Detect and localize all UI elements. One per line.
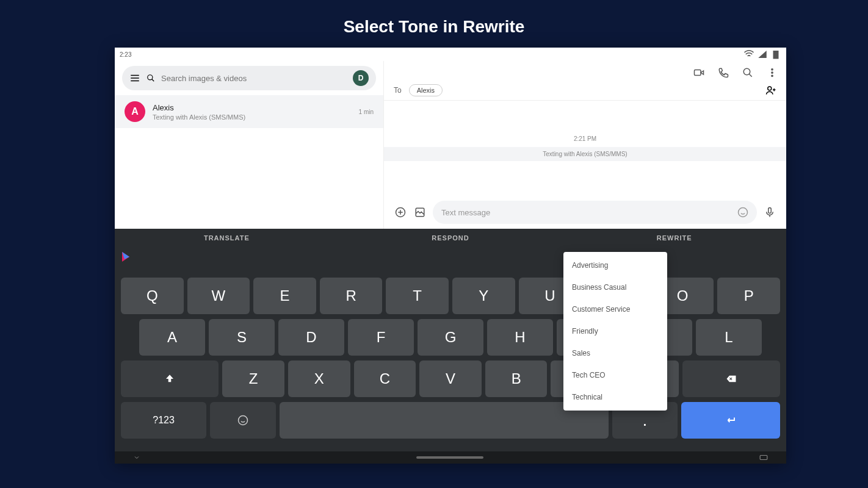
key-t[interactable]: T <box>386 278 449 314</box>
svg-point-1 <box>148 75 153 80</box>
message-banner: Texting with Alexis (SMS/MMS) <box>384 147 786 161</box>
keyboard-tabs: TRANSLATE RESPOND REWRITE <box>115 229 786 247</box>
keyboard-logo-icon[interactable] <box>121 251 131 265</box>
menu-icon[interactable] <box>129 73 140 84</box>
message-input[interactable]: Text message <box>433 201 757 224</box>
svg-point-12 <box>238 416 247 425</box>
wifi-icon <box>743 49 754 60</box>
contact-name: Alexis <box>153 103 352 112</box>
shift-icon <box>164 373 175 384</box>
tone-option[interactable]: Technical <box>563 386 667 408</box>
key-d[interactable]: D <box>278 319 344 356</box>
space-key[interactable] <box>280 402 609 439</box>
svg-point-5 <box>772 72 773 73</box>
key-g[interactable]: G <box>418 319 483 356</box>
key-q[interactable]: Q <box>121 278 184 314</box>
status-time: 2:23 <box>120 51 131 58</box>
key-v[interactable]: V <box>419 361 482 397</box>
conversation-preview: Texting with Alexis (SMS/MMS) <box>153 113 352 121</box>
key-h[interactable]: H <box>487 319 553 356</box>
call-icon[interactable] <box>718 67 729 78</box>
recipient-row: To Alexis <box>384 81 786 101</box>
key-a[interactable]: A <box>139 319 205 356</box>
tone-option[interactable]: Business Casual <box>563 276 667 298</box>
key-x[interactable]: X <box>288 361 350 397</box>
key-s[interactable]: S <box>209 319 275 356</box>
tone-option[interactable]: Tech CEO <box>563 364 667 386</box>
numbers-key[interactable]: ?123 <box>121 402 206 439</box>
svg-point-7 <box>768 87 772 90</box>
tone-option[interactable]: Advertising <box>563 254 667 276</box>
key-y[interactable]: Y <box>452 278 515 314</box>
mic-icon[interactable] <box>763 206 776 219</box>
nav-handle[interactable] <box>416 456 483 459</box>
search-chat-icon[interactable] <box>742 67 753 78</box>
backspace-key[interactable] <box>682 361 780 397</box>
backspace-icon <box>726 373 737 384</box>
key-c[interactable]: C <box>354 361 416 397</box>
enter-key[interactable] <box>681 402 780 439</box>
enter-icon <box>725 415 736 426</box>
search-input[interactable] <box>161 74 347 83</box>
to-label: To <box>394 86 402 95</box>
tone-option[interactable]: Customer Service <box>563 298 667 320</box>
contact-avatar: A <box>125 101 145 122</box>
svg-rect-0 <box>773 51 779 59</box>
svg-rect-2 <box>695 70 701 76</box>
compose-row: Text message <box>384 196 786 229</box>
key-b[interactable]: B <box>485 361 548 397</box>
battery-icon <box>770 49 781 60</box>
tone-option[interactable]: Friendly <box>563 320 667 342</box>
emoji-key-icon <box>237 415 248 426</box>
device-frame: 2:23 D A Alexis Texting with Alexis (SMS… <box>115 48 786 464</box>
key-p[interactable]: P <box>717 278 780 314</box>
emoji-icon[interactable] <box>737 207 748 218</box>
search-bar[interactable]: D <box>122 66 376 90</box>
recipient-chip[interactable]: Alexis <box>409 84 443 96</box>
key-l[interactable]: L <box>696 319 762 356</box>
signal-icon <box>757 49 768 60</box>
status-icons <box>743 49 781 60</box>
key-w[interactable]: W <box>187 278 250 314</box>
message-timestamp: 2:21 PM <box>574 135 596 142</box>
tone-menu: AdvertisingBusiness CasualCustomer Servi… <box>563 252 667 411</box>
system-nav-bar <box>115 451 786 464</box>
emoji-key[interactable] <box>210 402 276 439</box>
messaging-app: D A Alexis Texting with Alexis (SMS/MMS)… <box>115 61 786 229</box>
conversation-time: 1 min <box>359 109 374 115</box>
message-placeholder: Text message <box>441 208 490 217</box>
nav-keyboard-icon[interactable] <box>759 453 768 462</box>
message-area: 2:21 PM Texting with Alexis (SMS/MMS) <box>384 101 786 196</box>
key-f[interactable]: F <box>348 319 414 356</box>
shift-key[interactable] <box>121 361 219 397</box>
key-r[interactable]: R <box>320 278 383 314</box>
tab-rewrite[interactable]: REWRITE <box>562 234 786 242</box>
svg-point-6 <box>772 75 773 76</box>
svg-rect-11 <box>769 208 772 214</box>
keyboard: TRANSLATE RESPOND REWRITE QWERTYUIOP ASD… <box>115 229 786 464</box>
plus-icon[interactable] <box>394 206 407 219</box>
more-icon[interactable] <box>767 67 778 78</box>
status-bar: 2:23 <box>115 48 786 61</box>
video-call-icon[interactable] <box>693 67 704 78</box>
svg-point-3 <box>743 68 750 75</box>
profile-avatar[interactable]: D <box>353 70 369 86</box>
conversation-item[interactable]: A Alexis Texting with Alexis (SMS/MMS) 1… <box>115 95 383 128</box>
search-icon <box>146 74 155 82</box>
svg-point-10 <box>739 208 748 217</box>
svg-rect-13 <box>760 456 767 460</box>
key-e[interactable]: E <box>253 278 316 314</box>
conversation-list-pane: D A Alexis Texting with Alexis (SMS/MMS)… <box>115 61 383 229</box>
tab-respond[interactable]: RESPOND <box>339 234 563 242</box>
add-person-icon[interactable] <box>765 85 776 96</box>
chat-pane: To Alexis 2:21 PM Texting with Alexis (S… <box>383 61 786 229</box>
tab-translate[interactable]: TRANSLATE <box>115 234 339 242</box>
svg-point-4 <box>772 69 773 70</box>
nav-collapse-icon[interactable] <box>133 454 140 461</box>
key-z[interactable]: Z <box>222 361 284 397</box>
tone-option[interactable]: Sales <box>563 342 667 364</box>
page-title: Select Tone in Rewrite <box>0 0 868 46</box>
gallery-icon[interactable] <box>413 206 427 219</box>
